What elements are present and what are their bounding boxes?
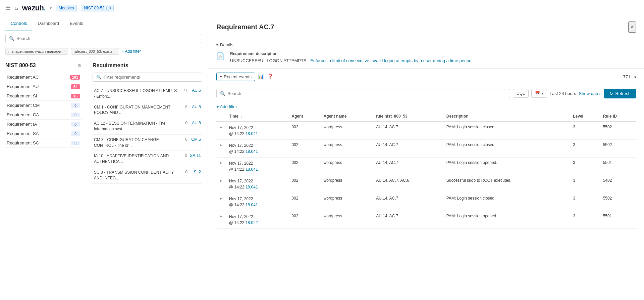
nist-item[interactable]: Requirement SC 0 bbox=[5, 138, 82, 148]
close-button[interactable]: × bbox=[628, 22, 636, 33]
rule-nist-cell: AU.14, AC.7, AC.6 bbox=[373, 175, 443, 193]
search-input[interactable] bbox=[16, 36, 199, 41]
filter-chip-rule-close[interactable]: × bbox=[114, 49, 116, 53]
events-table-head: Time ↓ Agent Agent name rule.nist_800_53… bbox=[216, 111, 636, 122]
description-cell: PAM: Login session closed. bbox=[443, 122, 570, 140]
req-item[interactable]: AC.12 - SESSION TERMINATION - The inform… bbox=[93, 118, 202, 135]
nist-item[interactable]: Requirement SI 16 bbox=[5, 91, 82, 101]
req-item[interactable]: CM.1 - CONFIGURATION MANAGEMENT POLICY A… bbox=[93, 102, 202, 119]
chart-icon[interactable]: 📊 bbox=[258, 74, 264, 80]
nist-item[interactable]: Requirement SA 0 bbox=[5, 129, 82, 138]
rule-id-cell[interactable]: 5501 bbox=[600, 211, 636, 228]
nist-item[interactable]: Requirement AC 101 bbox=[5, 73, 82, 82]
nist-badge[interactable]: NIST 80-53 i bbox=[81, 5, 113, 11]
description-cell: PAM: Login session opened. bbox=[443, 211, 570, 228]
nist-item-name: Requirement AC bbox=[7, 75, 39, 80]
show-dates-button[interactable]: Show dates bbox=[579, 91, 602, 96]
agent-cell[interactable]: 002 bbox=[288, 193, 320, 211]
left-panel: Controls Dashboard Events 🔍 manager.name… bbox=[0, 16, 208, 300]
events-search-input[interactable] bbox=[227, 91, 506, 96]
expand-cell[interactable]: ▶ bbox=[216, 211, 226, 228]
table-row[interactable]: ▶ Nov 17, 2022@ 14:22:18.022 002 wordpre… bbox=[216, 211, 636, 228]
nist-item[interactable]: Requirement AU 54 bbox=[5, 82, 82, 91]
nist-item-name: Requirement SI bbox=[7, 93, 37, 98]
tab-controls[interactable]: Controls bbox=[5, 16, 32, 31]
expand-cell[interactable]: ▶ bbox=[216, 122, 226, 140]
agent-cell[interactable]: 002 bbox=[288, 122, 320, 140]
refresh-button[interactable]: ↻ Refresh bbox=[604, 89, 636, 98]
expand-icon[interactable]: ▶ bbox=[220, 125, 222, 129]
help-icon[interactable]: ❓ bbox=[267, 74, 273, 80]
calendar-button[interactable]: 📅 ▾ bbox=[531, 89, 547, 98]
req-item-count: 77 bbox=[181, 88, 187, 93]
expand-icon[interactable]: ▶ bbox=[220, 143, 222, 147]
nist-badge-label: NIST 80-53 bbox=[84, 6, 104, 10]
details-content: 📄 Requirement description UNSUCCESSFUL L… bbox=[216, 47, 636, 64]
req-item[interactable]: CM.3 - CONFIGURATION CHANGE CONTROL - Th… bbox=[93, 135, 202, 151]
nav-chevron-icon[interactable]: ▾ bbox=[50, 6, 52, 10]
filter-chip-manager-close[interactable]: × bbox=[63, 49, 65, 53]
expand-icon[interactable]: ▶ bbox=[220, 197, 222, 200]
filter-chip-rule[interactable]: rule.nist_800_53: exists × bbox=[71, 48, 119, 55]
expand-icon[interactable]: ▶ bbox=[220, 179, 222, 182]
expand-icon[interactable]: ▶ bbox=[220, 214, 222, 218]
req-item[interactable]: IA.10 - ADAPTIVE IDENTIFICATION AND AUTH… bbox=[93, 151, 202, 167]
req-item[interactable]: AC.7 - UNSUCCESSFUL LOGON ATTEMPTS - Enf… bbox=[93, 86, 202, 102]
events-add-filter-button[interactable]: + Add filter bbox=[216, 104, 237, 109]
col-rule-nist[interactable]: rule.nist_800_53 bbox=[373, 111, 443, 122]
document-icon: 📄 bbox=[216, 52, 225, 60]
expand-cell[interactable]: ▶ bbox=[216, 157, 226, 175]
table-row[interactable]: ▶ Nov 17, 2022@ 14:22:18.041 002 wordpre… bbox=[216, 175, 636, 193]
col-time[interactable]: Time ↓ bbox=[226, 111, 288, 122]
details-inner: Requirement description UNSUCCESSFUL LOG… bbox=[230, 51, 473, 64]
nist-item[interactable]: Requirement CA 0 bbox=[5, 110, 82, 120]
nist-item[interactable]: Requirement CM 0 bbox=[5, 101, 82, 110]
col-agent-name[interactable]: Agent name bbox=[320, 111, 373, 122]
table-row[interactable]: ▶ Nov 17, 2022@ 14:22:18.041 002 wordpre… bbox=[216, 193, 636, 211]
table-row[interactable]: ▶ Nov 17, 2022@ 14:22:18.041 002 wordpre… bbox=[216, 157, 636, 175]
home-icon[interactable]: ⌂ bbox=[15, 5, 18, 11]
req-filter-input[interactable] bbox=[104, 75, 199, 80]
nist-item[interactable]: Requirement IA 0 bbox=[5, 120, 82, 129]
agent-cell[interactable]: 002 bbox=[288, 157, 320, 175]
agent-name-cell: wordpress bbox=[320, 211, 373, 228]
table-row[interactable]: ▶ Nov 17, 2022@ 14:22:18.041 002 wordpre… bbox=[216, 139, 636, 157]
expand-cell[interactable]: ▶ bbox=[216, 193, 226, 211]
table-row[interactable]: ▶ Nov 17, 2022@ 14:22:18.041 002 wordpre… bbox=[216, 122, 636, 140]
col-level[interactable]: Level bbox=[570, 111, 599, 122]
details-toggle[interactable]: ▾ Details bbox=[216, 42, 636, 47]
filter-chip-manager[interactable]: manager.name: wazuh-manager × bbox=[5, 48, 68, 55]
calendar-chevron-icon: ▾ bbox=[541, 91, 543, 96]
add-filter-row: + Add filter bbox=[216, 102, 636, 111]
agent-cell[interactable]: 002 bbox=[288, 175, 320, 193]
agent-cell[interactable]: 002 bbox=[288, 211, 320, 228]
left-tabs: Controls Dashboard Events bbox=[0, 16, 208, 31]
rule-id-cell[interactable]: 5502 bbox=[600, 139, 636, 157]
agent-name-cell: wordpress bbox=[320, 193, 373, 211]
col-agent[interactable]: Agent bbox=[288, 111, 320, 122]
time-cell: Nov 17, 2022@ 14:22:18.041 bbox=[226, 193, 288, 211]
rule-id-cell[interactable]: 5502 bbox=[600, 193, 636, 211]
tab-dashboard[interactable]: Dashboard bbox=[32, 16, 64, 31]
gear-icon[interactable]: ⚙ bbox=[77, 63, 82, 68]
nist-item-badge: 0 bbox=[71, 113, 80, 117]
level-cell: 3 bbox=[570, 157, 599, 175]
hamburger-icon[interactable]: ☰ bbox=[5, 4, 11, 12]
rule-id-cell[interactable]: 5502 bbox=[600, 122, 636, 140]
modules-badge[interactable]: Modules bbox=[56, 5, 77, 11]
tab-events[interactable]: Events bbox=[64, 16, 89, 31]
rule-id-cell[interactable]: 5402 bbox=[600, 175, 636, 193]
info-icon: i bbox=[106, 6, 111, 10]
expand-icon[interactable]: ▶ bbox=[220, 161, 222, 165]
rule-id-cell[interactable]: 5501 bbox=[600, 157, 636, 175]
expand-cell[interactable]: ▶ bbox=[216, 139, 226, 157]
req-item[interactable]: SC.8 - TRANSMISSION CONFIDENTIALITY AND … bbox=[93, 167, 202, 184]
recent-events-header: ▾ Recent events 📊 ❓ 77 hits bbox=[216, 69, 636, 85]
dql-button[interactable]: DQL bbox=[513, 89, 529, 98]
col-rule-id[interactable]: Rule ID bbox=[600, 111, 636, 122]
add-filter-link[interactable]: + Add filter bbox=[122, 49, 141, 54]
expand-cell[interactable]: ▶ bbox=[216, 175, 226, 193]
col-description[interactable]: Description bbox=[443, 111, 570, 122]
agent-cell[interactable]: 002 bbox=[288, 139, 320, 157]
recent-events-toggle[interactable]: ▾ Recent events bbox=[216, 73, 255, 81]
